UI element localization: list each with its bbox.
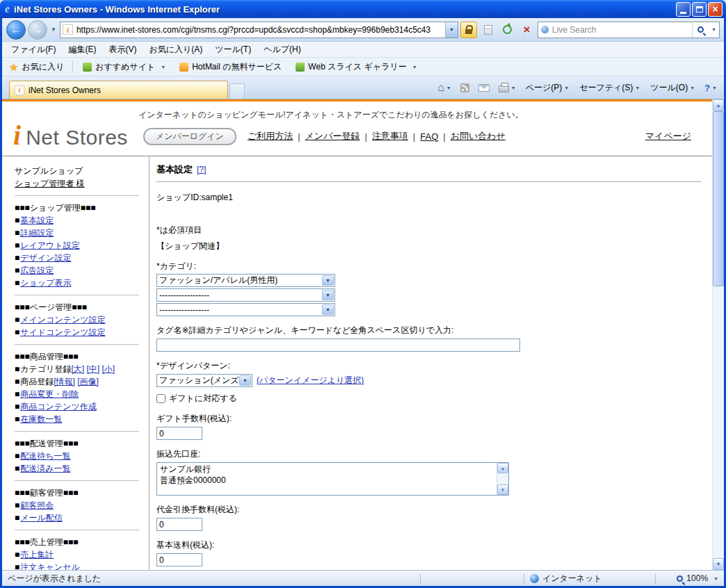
sidebar-link[interactable]: サイドコンテンツ設定 — [20, 327, 105, 337]
sidebar-link[interactable]: レイアウト設定 — [20, 240, 79, 250]
sidebar-item: ■在庫数一覧 — [15, 413, 149, 425]
tag-input[interactable] — [156, 338, 520, 352]
print-button[interactable]: ▼ — [494, 79, 520, 96]
scroll-down-icon[interactable]: ▼ — [497, 484, 508, 495]
base-shipping-input[interactable] — [156, 553, 202, 566]
sidebar-item: ■商品コンテンツ作成 — [15, 400, 149, 413]
tools-menu-button[interactable]: ツール(O)▼ — [645, 79, 700, 96]
search-button[interactable] — [692, 22, 709, 38]
sidebar-link[interactable]: メインコンテンツ設定 — [20, 315, 105, 325]
compatibility-view-button[interactable] — [479, 21, 497, 38]
feeds-button[interactable] — [456, 79, 474, 96]
search-box[interactable]: Live Search ▼ — [538, 22, 720, 38]
pattern-image-link[interactable]: (パターンイメージより選択) — [257, 375, 364, 386]
zoom-control[interactable]: 100% ▼ — [656, 571, 724, 586]
safety-menu-button[interactable]: セーフティ(S)▼ — [574, 79, 645, 96]
maximize-button[interactable] — [692, 2, 707, 17]
sidebar-link[interactable]: メール配信 — [20, 513, 63, 523]
sidebar-link[interactable]: [小] — [102, 364, 115, 374]
scrollbar-thumb[interactable] — [713, 111, 724, 286]
site-nav-link[interactable]: FAQ — [420, 131, 438, 142]
menu-item[interactable]: ファイル(F) — [5, 42, 62, 57]
menu-item[interactable]: 表示(V) — [102, 42, 143, 57]
sidebar-link[interactable]: 基本設定 — [20, 215, 54, 225]
page-viewport: インターネットのショッピングモール!アイネット・ストアーズでこだわりの逸品をお探… — [2, 99, 724, 570]
back-button[interactable]: ← — [6, 20, 26, 40]
security-lock-icon[interactable] — [460, 22, 477, 38]
help-link[interactable]: [?] — [197, 165, 206, 174]
vertical-scrollbar[interactable]: ▲ ▼ — [712, 99, 724, 570]
search-dropdown-icon[interactable]: ▼ — [709, 27, 719, 32]
page-menu-button[interactable]: ページ(P)▼ — [521, 79, 574, 96]
sidebar-link[interactable]: 顧客照会 — [20, 500, 54, 510]
category-select-3[interactable]: ------------------ ▼ — [156, 303, 335, 316]
shop-manager-link[interactable]: ショップ管理者 様 — [15, 177, 149, 190]
scrollbar-track[interactable] — [713, 111, 724, 558]
help-icon: ? — [704, 83, 710, 93]
help-button[interactable]: ?▼ — [700, 79, 721, 96]
sidebar-link[interactable]: デザイン設定 — [20, 253, 71, 263]
scroll-up-icon[interactable]: ▲ — [497, 463, 508, 473]
dropdown-arrow-icon[interactable]: ▼ — [322, 290, 334, 300]
sidebar-link[interactable]: 詳細設定 — [20, 228, 54, 238]
mypage-link[interactable]: マイページ — [645, 130, 691, 142]
address-dropdown-icon[interactable]: ▼ — [445, 22, 458, 38]
site-nav-link[interactable]: お問い合わせ — [451, 130, 506, 142]
address-bar[interactable]: i https://www.inet-stores.com/cgi/tnsms.… — [60, 22, 458, 38]
refresh-button[interactable] — [499, 21, 516, 38]
sidebar-link[interactable]: 広告設定 — [20, 266, 54, 275]
gift-fee-input[interactable] — [156, 427, 202, 440]
dropdown-arrow-icon[interactable]: ▼ — [322, 304, 334, 315]
sidebar-link[interactable]: ショップ表示 — [20, 278, 71, 288]
textarea-scrollbar[interactable]: ▲ ▼ — [497, 463, 508, 495]
sidebar-link[interactable]: 配送待ち一覧 — [20, 451, 70, 461]
scroll-down-button[interactable]: ▼ — [713, 558, 724, 570]
tab-inet-stores-owners[interactable]: i iNet Stores Owners — [9, 81, 228, 99]
site-nav-link[interactable]: ご利用方法 — [248, 130, 293, 142]
dropdown-arrow-icon[interactable]: ▼ — [239, 375, 251, 386]
sidebar-group-header: ■■■商品管理■■■ — [15, 350, 149, 363]
home-button[interactable]: ⌂▼ — [433, 79, 455, 96]
menu-item[interactable]: 編集(E) — [62, 42, 102, 57]
separator: | — [443, 131, 445, 142]
sidebar-link[interactable]: 売上集計 — [20, 550, 54, 560]
minimize-button[interactable] — [676, 2, 691, 17]
sidebar-link[interactable]: 商品コンテンツ作成 — [20, 402, 96, 411]
star-icon: ★ — [9, 62, 18, 72]
cod-fee-input[interactable] — [156, 518, 202, 531]
favorites-link[interactable]: おすすめサイト▼ — [76, 61, 172, 73]
recent-pages-dropdown-icon[interactable]: ▼ — [49, 26, 58, 33]
sidebar-link[interactable]: [大] — [71, 364, 84, 374]
sidebar-link[interactable]: [情報] — [54, 377, 75, 386]
favorites-link[interactable]: Web スライス ギャラリー▼ — [289, 61, 424, 73]
close-button[interactable]: × — [708, 2, 723, 17]
member-login-button[interactable]: メンバーログイン — [143, 128, 236, 145]
sidebar-link[interactable]: 在庫数一覧 — [20, 414, 62, 424]
rss-feed-icon — [460, 83, 469, 92]
sidebar-link[interactable]: 注文キャンセル — [20, 562, 79, 570]
title-bar[interactable]: e iNet Stores Owners - Windows Internet … — [0, 0, 726, 18]
sidebar-link[interactable]: 商品変更・削除 — [20, 389, 79, 399]
site-nav-link[interactable]: メンバー登録 — [305, 130, 360, 142]
gift-checkbox[interactable] — [156, 394, 166, 403]
sidebar-link[interactable]: 配送済み一覧 — [20, 464, 70, 473]
read-mail-button[interactable] — [474, 79, 494, 96]
sidebar-link[interactable]: [画像] — [77, 377, 99, 386]
sidebar-link[interactable]: [中] — [86, 364, 99, 374]
menu-item[interactable]: ツール(T) — [209, 42, 257, 57]
stop-button[interactable]: × — [518, 21, 535, 38]
web-slice-gallery-icon — [296, 63, 305, 72]
menu-item[interactable]: ヘルプ(H) — [257, 42, 307, 57]
bank-account-textarea[interactable]: サンプル銀行 普通預金0000000 ▲ ▼ — [156, 462, 509, 496]
dropdown-arrow-icon[interactable]: ▼ — [322, 275, 334, 286]
design-pattern-select[interactable]: ファッション(メンズ) ▼ — [156, 374, 252, 387]
category-select-2[interactable]: ------------------ ▼ — [156, 288, 335, 302]
favorites-link[interactable]: HotMail の無料サービス — [172, 61, 289, 73]
scroll-up-button[interactable]: ▲ — [713, 99, 724, 111]
site-nav-link[interactable]: 注意事項 — [372, 130, 408, 142]
forward-button[interactable]: → — [28, 20, 47, 40]
favorites-button[interactable]: ★ お気に入り — [6, 60, 70, 74]
menu-item[interactable]: お気に入り(A) — [143, 42, 209, 57]
new-tab-button[interactable] — [229, 83, 245, 99]
category-select-1[interactable]: ファッション/アパレル(男性用) ▼ — [156, 274, 335, 287]
